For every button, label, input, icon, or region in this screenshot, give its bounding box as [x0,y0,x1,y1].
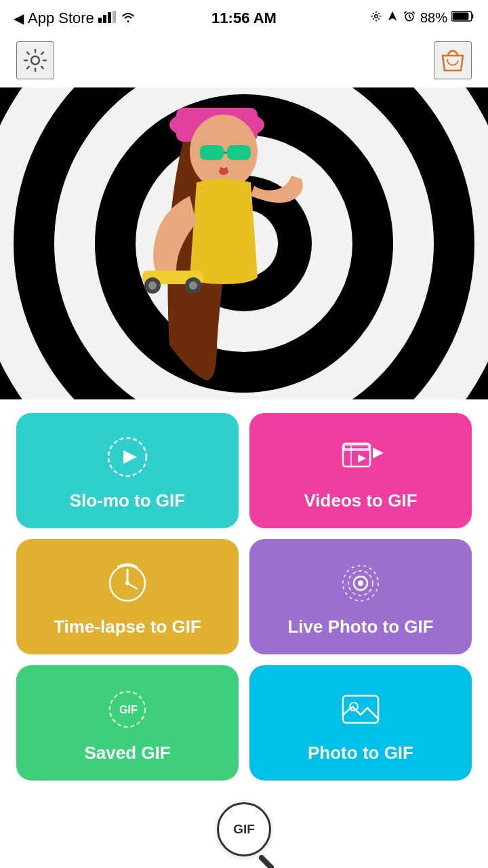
videos-button[interactable]: Videos to GIF [249,413,472,528]
location-icon [370,10,382,26]
gear-icon [20,45,50,75]
svg-rect-3 [113,11,116,23]
wifi-icon [120,9,136,27]
livephoto-button[interactable]: Live Photo to GIF [249,539,472,654]
photogif-button[interactable]: Photo to GIF [249,665,472,781]
bag-icon [437,45,468,76]
svg-rect-0 [98,18,102,23]
svg-point-8 [31,56,39,64]
videos-icon [337,433,384,481]
svg-rect-23 [227,145,251,160]
svg-rect-34 [344,445,369,449]
svg-rect-1 [103,15,106,23]
photogif-icon [337,686,384,733]
savedgif-icon: GIF [104,686,151,733]
signal-bars [98,11,116,25]
carrier-text: App Store [28,9,94,27]
svg-text:GIF: GIF [119,704,138,715]
livephoto-label: Live Photo to GIF [287,616,433,637]
svg-marker-32 [123,450,137,464]
svg-marker-37 [373,448,384,458]
svg-marker-38 [358,454,366,462]
settings-button[interactable] [16,41,54,79]
bottom-bar: GIF [0,789,488,868]
feature-grid: Slo-mo to GIF Videos to GIF [0,399,488,781]
gif-search-label: GIF [233,822,255,837]
status-bar: ◀ App Store 11:56 AM [0,0,488,36]
shop-button[interactable] [434,41,472,79]
person-silhouette [95,87,366,399]
search-handle [258,854,274,868]
status-left: ◀ App Store [14,9,136,27]
svg-point-48 [350,703,358,711]
videos-label: Videos to GIF [304,490,417,511]
battery-percent: 88% [420,10,447,26]
navigation-icon [386,10,399,26]
alarm-icon [403,9,416,26]
slomo-label: Slo-mo to GIF [70,490,185,511]
time-display: 11:56 AM [211,9,277,27]
hero-image [0,87,488,399]
status-right: 88% [370,9,474,26]
svg-point-40 [125,581,129,585]
svg-point-28 [148,281,157,290]
svg-rect-7 [453,13,469,20]
hero-figure [0,87,488,399]
photogif-label: Photo to GIF [308,743,413,764]
back-arrow: ◀ [14,10,24,26]
svg-point-29 [189,281,197,290]
svg-point-4 [375,15,378,18]
livephoto-icon [337,559,384,607]
svg-point-30 [219,168,228,175]
svg-rect-2 [108,12,111,23]
savedgif-label: Saved GIF [84,743,170,764]
battery-icon [451,10,474,26]
svg-rect-33 [343,443,370,467]
timelapse-button[interactable]: Time-lapse to GIF [16,539,239,654]
svg-point-42 [358,580,363,586]
timelapse-label: Time-lapse to GIF [54,616,201,637]
slomo-icon [104,433,151,481]
gif-search-button[interactable]: GIF [217,802,271,856]
slomo-button[interactable]: Slo-mo to GIF [16,413,239,528]
svg-rect-22 [200,145,224,160]
savedgif-button[interactable]: GIF Saved GIF [16,665,239,781]
app-header [0,36,488,87]
timelapse-icon [104,559,151,607]
